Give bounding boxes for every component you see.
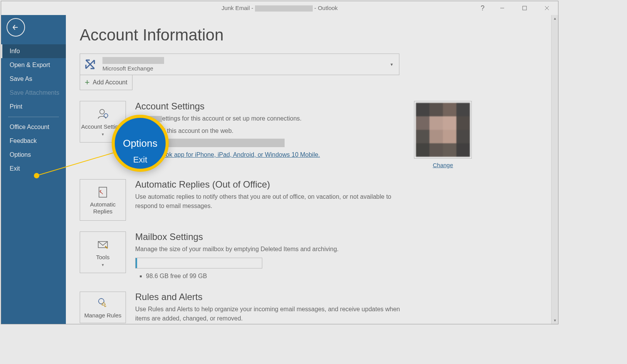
sidebar-item-options[interactable]: Options — [1, 148, 66, 162]
rules-icon — [96, 296, 110, 310]
automatic-replies-icon — [96, 185, 110, 199]
plus-icon: + — [85, 77, 90, 87]
section-body: Rules and Alerts Use Rules and Alerts to… — [135, 292, 405, 323]
section-body: Mailbox Settings Manage the size of your… — [135, 231, 405, 281]
section-rules-alerts: Manage Rules Rules and Alerts Use Rules … — [80, 292, 558, 323]
account-text: Microsoft Exchange — [102, 57, 164, 72]
sidebar-item-info[interactable]: Info — [1, 44, 66, 58]
close-button[interactable] — [536, 1, 558, 15]
window-title: Junk Email - - Outlook — [221, 5, 338, 12]
sidebar-separator — [8, 117, 59, 117]
minimize-button[interactable] — [491, 1, 513, 15]
sidebar-item-exit[interactable]: Exit — [1, 162, 66, 176]
section-desc: Use automatic replies to notify others t… — [135, 192, 405, 211]
quota-text: 98.6 GB free of 99 GB — [135, 272, 405, 281]
exchange-icon — [82, 57, 98, 72]
sidebar-item-print[interactable]: Print — [1, 100, 66, 114]
account-email-redacted — [102, 57, 164, 64]
svg-point-4 — [100, 109, 104, 114]
section-body: Automatic Replies (Out of Office) Use au… — [135, 179, 405, 221]
section-desc: ettings for this account or set up more … — [135, 114, 405, 159]
scroll-up-arrow[interactable]: ▲ — [552, 15, 558, 22]
vertical-scrollbar[interactable]: ▲ ▼ — [551, 15, 558, 324]
profile-pic-block: Change — [414, 101, 472, 168]
outlook-window: Junk Email - - Outlook ? Info Open & Exp… — [1, 1, 558, 324]
section-automatic-replies: Automatic Replies Automatic Replies (Out… — [80, 179, 558, 221]
tile-manage-rules[interactable]: Manage Rules — [80, 292, 126, 323]
titlebar: Junk Email - - Outlook ? — [1, 1, 558, 15]
quota-fill — [136, 258, 137, 268]
callout-below-text: Exit — [133, 155, 148, 165]
line2: this account on the web. — [167, 127, 233, 134]
back-button[interactable] — [7, 18, 25, 37]
section-title: Mailbox Settings — [135, 231, 405, 242]
sidebar-item-save-attachments: Save Attachments — [1, 86, 66, 100]
tile-label: Automatic Replies — [80, 201, 126, 215]
chevron-down-icon: ▼ — [101, 133, 105, 136]
pixelated-avatar — [416, 103, 470, 157]
maximize-button[interactable] — [513, 1, 536, 15]
backstage-sidebar: Info Open & Export Save As Save Attachme… — [1, 15, 66, 324]
profile-picture — [414, 101, 472, 159]
mailbox-quota-bar — [135, 258, 262, 268]
section-title: Account Settings — [135, 101, 405, 112]
title-suffix: - Outlook — [314, 5, 338, 11]
body: Info Open & Export Save As Save Attachme… — [1, 15, 558, 324]
chevron-down-icon: ▼ — [101, 263, 105, 267]
tools-icon — [96, 238, 110, 252]
add-account-label: Add Account — [93, 79, 127, 86]
section-body: Account Settings ettings for this accoun… — [135, 101, 405, 168]
help-button[interactable]: ? — [474, 1, 491, 15]
tile-label: Manage Rules — [84, 312, 122, 319]
chevron-down-icon: ▼ — [390, 62, 394, 67]
tile-automatic-replies[interactable]: Automatic Replies — [80, 179, 126, 221]
quota-value: 98.6 GB free of 99 GB — [146, 272, 405, 281]
sidebar-item-open-export[interactable]: Open & Export — [1, 58, 66, 72]
get-app-link[interactable]: e Outlook app for iPhone, iPad, Android,… — [146, 151, 320, 158]
window-controls: ? — [474, 1, 558, 15]
sidebar-item-save-as[interactable]: Save As — [1, 72, 66, 86]
callout-magnifier: Options Exit — [112, 115, 169, 172]
svg-rect-1 — [523, 6, 526, 10]
scroll-down-arrow[interactable]: ▼ — [552, 317, 558, 324]
svg-point-5 — [104, 114, 108, 117]
title-prefix: Junk Email - — [221, 5, 255, 11]
tile-tools[interactable]: Tools ▼ — [80, 231, 126, 273]
sidebar-item-feedback[interactable]: Feedback — [1, 134, 66, 148]
account-dropdown[interactable]: Microsoft Exchange ▼ — [80, 54, 399, 75]
add-account-button[interactable]: + Add Account — [80, 75, 132, 90]
change-picture-link[interactable]: Change — [414, 162, 472, 168]
page-title: Account Information — [80, 26, 558, 44]
arrow-left-icon — [11, 22, 21, 32]
callout-anchor-dot — [34, 173, 39, 178]
account-settings-icon — [96, 107, 110, 121]
title-account-redacted — [255, 5, 313, 12]
section-desc: Use Rules and Alerts to help organize yo… — [135, 305, 405, 323]
section-mailbox-settings: Tools ▼ Mailbox Settings Manage the size… — [80, 231, 558, 281]
sidebar-menu: Info Open & Export Save As Save Attachme… — [1, 44, 66, 176]
section-title: Rules and Alerts — [135, 292, 405, 302]
sidebar-item-office-account[interactable]: Office Account — [1, 120, 66, 134]
section-desc: Manage the size of your mailbox by empty… — [135, 245, 405, 254]
callout-main-text: Options — [123, 138, 158, 149]
line1: ettings for this account or set up more … — [162, 115, 302, 122]
tile-label: Tools — [96, 254, 109, 261]
section-title: Automatic Replies (Out of Office) — [135, 179, 405, 190]
account-type: Microsoft Exchange — [102, 65, 164, 72]
